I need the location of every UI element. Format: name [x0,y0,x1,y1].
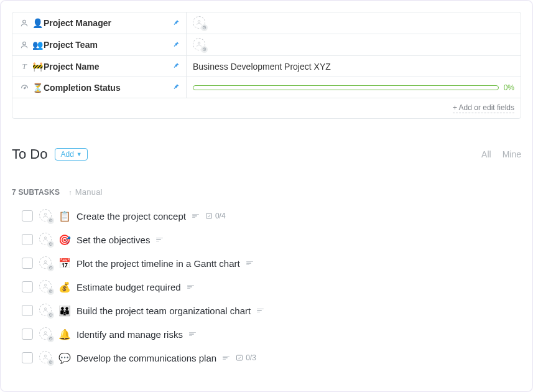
task-item[interactable]: ⚙👪Build the project team organizational … [22,304,521,317]
gear-icon: ⚙ [201,24,208,31]
sort-arrow-icon: ↑ [68,189,72,196]
task-title: Identify and manage risks [76,329,183,340]
field-value-cell[interactable]: Business Development Project XYZ [187,56,521,77]
field-label: Project Team [44,40,98,50]
construction-emoji: 🚧 [31,62,44,72]
person-emoji: 👤 [31,18,44,28]
description-icon [223,356,229,360]
filter-tab-mine[interactable]: Mine [503,149,521,159]
filter-tabs: All Mine [481,149,521,159]
field-value-cell[interactable]: ⚙ [187,12,521,34]
add-button-label: Add [60,150,73,159]
person-icon [19,40,30,49]
sort-label: Manual [75,187,103,197]
assignee-placeholder-icon[interactable]: ⚙ [39,256,53,270]
field-label-cell: ⏳ Completion Status [12,77,187,98]
pin-icon[interactable] [172,62,180,71]
task-checkbox[interactable] [22,305,33,316]
description-icon [257,309,264,313]
svg-point-10 [44,308,46,310]
project-panel: 👤 Project Manager ⚙ 👥 Project Team [0,0,533,392]
svg-point-7 [44,237,46,239]
assignee-placeholder-icon[interactable]: ⚙ [39,351,53,365]
task-emoji: 💰 [59,281,70,293]
sort-chip[interactable]: ↑ Manual [68,187,103,197]
gear-icon: ⚙ [47,217,54,224]
svg-point-2 [23,42,26,45]
task-list: ⚙📋Create the project concept0/4⚙🎯Set the… [12,209,521,365]
section-title: To Do [12,146,47,162]
task-item[interactable]: ⚙💰Estimate budget required [22,280,521,294]
field-label: Project Name [44,62,99,72]
gear-icon: ⚙ [47,264,54,271]
section-header: To Do Add ▼ All Mine [12,146,521,162]
progress-track [193,85,499,90]
gauge-icon [19,83,30,92]
task-checkbox[interactable] [22,258,33,269]
description-icon [156,238,163,242]
filter-tab-all[interactable]: All [481,149,491,159]
task-checkbox[interactable] [22,352,33,363]
add-edit-fields-link[interactable]: + Add or edit fields [453,103,514,113]
field-row-project-manager[interactable]: 👤 Project Manager ⚙ [12,12,521,34]
field-row-project-team[interactable]: 👥 Project Team ⚙ [12,34,521,55]
gear-icon: ⚙ [47,359,54,366]
gear-icon: ⚙ [47,288,54,295]
gear-icon: ⚙ [47,312,54,319]
subtasks-bar: 7 SUBTASKS ↑ Manual [12,187,521,197]
pin-icon[interactable] [172,19,180,28]
task-emoji: 🔔 [59,329,70,340]
task-item[interactable]: ⚙🔔Identify and manage risks [22,327,521,341]
field-row-project-name[interactable]: T 🚧 Project Name Business Development Pr… [12,55,521,77]
svg-point-3 [198,42,200,44]
task-title: Set the objectives [76,235,150,245]
task-checkbox[interactable] [22,281,33,292]
task-title: Develop the communications plan [76,353,216,363]
assignee-placeholder-icon[interactable]: ⚙ [39,327,53,341]
field-label-cell: 👥 Project Team [12,34,187,55]
project-name-value: Business Development Project XYZ [193,62,331,72]
progress-value: 0% [504,83,514,92]
task-title: Plot the project timeline in a Gantt cha… [76,258,240,269]
task-item[interactable]: ⚙🎯Set the objectives [22,233,521,246]
task-checkbox[interactable] [22,329,33,340]
field-row-completion-status[interactable]: ⏳ Completion Status 0% [12,77,521,98]
field-label: Project Manager [44,18,111,28]
gear-icon: ⚙ [201,46,208,53]
subtask-counter: 0/4 [205,212,226,220]
task-title: Create the project concept [76,211,186,222]
person-icon [19,19,30,27]
pin-icon[interactable] [172,40,180,50]
assignee-placeholder-icon[interactable]: ⚙ [39,233,53,246]
task-checkbox[interactable] [22,234,33,245]
task-item[interactable]: ⚙💬Develop the communications plan0/3 [22,351,521,365]
field-value-cell[interactable]: ⚙ [187,34,521,55]
chevron-down-icon: ▼ [76,151,82,157]
assignee-placeholder-icon[interactable]: ⚙ [39,304,53,317]
todo-section: To Do Add ▼ All Mine 7 SUBTASKS ↑ Manual… [12,146,521,365]
task-item[interactable]: ⚙📅Plot the project timeline in a Gantt c… [22,256,521,270]
assignee-placeholder-icon[interactable]: ⚙ [193,16,206,30]
subtask-counter: 0/3 [236,353,256,362]
assignee-placeholder-icon[interactable]: ⚙ [39,280,53,294]
assignee-placeholder-icon[interactable]: ⚙ [39,209,53,223]
add-button[interactable]: Add ▼ [55,148,87,161]
description-icon [246,261,253,266]
gear-icon: ⚙ [47,335,54,342]
svg-point-1 [198,21,200,22]
pin-icon[interactable] [172,83,180,92]
custom-fields-table: 👤 Project Manager ⚙ 👥 Project Team [12,12,521,119]
assignee-placeholder-icon[interactable]: ⚙ [193,38,206,52]
field-value-cell[interactable]: 0% [187,77,521,98]
task-emoji: 👪 [59,305,70,317]
svg-point-5 [44,213,46,215]
task-item[interactable]: ⚙📋Create the project concept0/4 [22,209,521,223]
svg-point-11 [44,332,46,334]
progress-bar: 0% [193,83,514,92]
gear-icon: ⚙ [47,241,54,248]
text-icon: T [19,62,30,72]
description-icon [187,285,194,289]
svg-point-12 [44,355,46,357]
task-checkbox[interactable] [22,210,33,222]
task-emoji: 📋 [59,210,70,222]
